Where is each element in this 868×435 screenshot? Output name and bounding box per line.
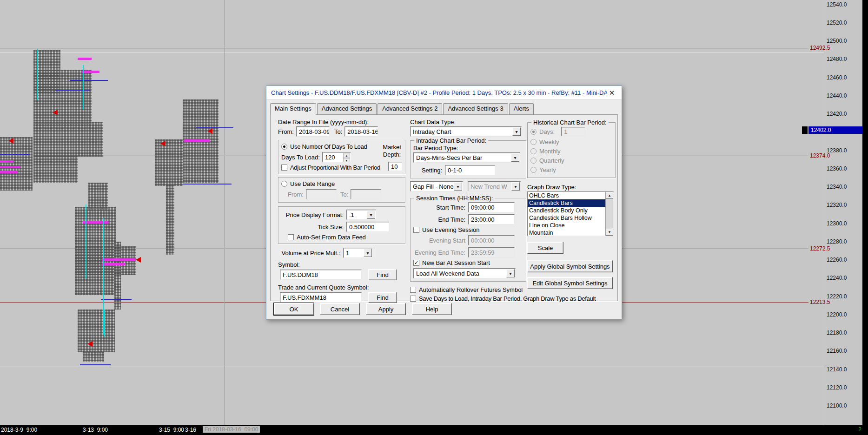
- chevron-down-icon[interactable]: ▾: [506, 269, 515, 277]
- red-arrow-marker-icon: [8, 138, 13, 144]
- radio-icon[interactable]: [530, 139, 537, 145]
- tab-main-settings[interactable]: Main Settings: [270, 103, 316, 115]
- checkbox-icon[interactable]: [288, 234, 294, 240]
- symbol-input[interactable]: F.US.DDM18: [280, 270, 362, 280]
- radio-icon[interactable]: [530, 129, 537, 135]
- use-date-range-radio-row[interactable]: Use Date Range: [281, 180, 402, 187]
- apply-button[interactable]: Apply: [366, 303, 406, 315]
- end-time-input[interactable]: 23:00:00: [468, 214, 515, 224]
- tab-advanced-settings-2[interactable]: Advanced Settings 2: [378, 103, 442, 114]
- chart-data-type-select[interactable]: Intraday Chart ▾: [410, 126, 522, 137]
- use-date-range-label: Use Date Range: [290, 180, 335, 187]
- radio-icon[interactable]: [530, 167, 537, 173]
- evening-end-input[interactable]: 23:59:59: [468, 247, 515, 257]
- trade-symbol-find-button[interactable]: Find: [368, 292, 397, 303]
- days-to-load-input[interactable]: 120 ▴▾: [322, 152, 351, 162]
- graph-draw-option[interactable]: Mountain: [528, 229, 605, 236]
- graph-draw-listbox[interactable]: OHLC BarsCandlestick BarsCandlestick Bod…: [527, 191, 614, 236]
- tpo-profile-block: [78, 310, 115, 352]
- price-display-format-select[interactable]: .1 ▾: [346, 210, 376, 220]
- new-bar-at-session-start-row[interactable]: ✓ New Bar At Session Start: [413, 259, 523, 266]
- checkbox-icon[interactable]: [281, 165, 287, 171]
- market-depth-label: Market Depth:: [380, 144, 404, 158]
- help-button[interactable]: Help: [412, 303, 452, 315]
- scale-button[interactable]: Scale: [527, 242, 563, 254]
- price-tick-label: 12200.0: [827, 311, 847, 318]
- cancel-button[interactable]: Cancel: [320, 303, 360, 315]
- graph-draw-option[interactable]: Candlestick Bars Hollow: [528, 214, 605, 222]
- market-depth-input[interactable]: 10: [388, 162, 402, 171]
- range-to-input[interactable]: [351, 189, 381, 199]
- historical-option-row[interactable]: Monthly: [530, 148, 612, 155]
- historical-option-row[interactable]: Days:1: [530, 127, 612, 136]
- chevron-down-icon[interactable]: ▾: [511, 153, 519, 162]
- save-default-row[interactable]: Save Days to Load, Intraday Bar Period, …: [410, 295, 629, 302]
- scroll-up-icon[interactable]: ▴: [606, 192, 613, 199]
- graph-draw-option[interactable]: OHLC Bars: [528, 192, 605, 199]
- price-level-label: 12374.0: [808, 152, 862, 159]
- weekend-data-select[interactable]: Load All Weekend Data ▾: [413, 268, 516, 278]
- chevron-down-icon[interactable]: ▾: [512, 127, 521, 136]
- tab-advanced-settings[interactable]: Advanced Settings: [317, 103, 377, 114]
- trade-symbol-input[interactable]: F.US.FDXMM18: [280, 292, 362, 303]
- symbol-find-button[interactable]: Find: [368, 269, 397, 280]
- tpo-profile-block: [75, 246, 136, 275]
- radio-icon[interactable]: [530, 158, 537, 164]
- spinner-buttons[interactable]: ▴▾: [343, 153, 350, 161]
- scroll-down-icon[interactable]: ▾: [606, 229, 613, 236]
- historical-option-row[interactable]: Quarterly: [530, 157, 612, 164]
- radio-icon[interactable]: [281, 144, 287, 150]
- tpo-profile-block: [155, 139, 183, 186]
- chart-settings-dialog: Chart Settings - F.US.DDM18/F.US.FDXMM18…: [266, 86, 622, 320]
- graph-draw-option[interactable]: Candlestick Bars: [528, 199, 605, 207]
- bar-period-type-select[interactable]: Days-Mins-Secs Per Bar ▾: [413, 152, 520, 163]
- autoset-label: Auto-Set From Data Feed: [297, 234, 366, 241]
- checkbox-icon[interactable]: ✓: [413, 260, 419, 266]
- volume-mult-select[interactable]: 1 ▾: [343, 248, 373, 258]
- edit-global-symbol-settings-button[interactable]: Edit Global Symbol Settings: [527, 277, 613, 289]
- historical-option-row[interactable]: Yearly: [530, 166, 612, 173]
- use-number-of-days-radio-row[interactable]: Use Number Of Days To Load: [281, 143, 379, 150]
- adjust-proportional-row[interactable]: Adjust Proportional With Bar Period: [281, 164, 379, 171]
- chevron-down-icon[interactable]: ▾: [511, 182, 520, 191]
- price-level-label: 12272.5: [808, 245, 862, 252]
- apply-global-symbol-settings-button[interactable]: Apply Global Symbol Settings: [527, 260, 613, 272]
- use-evening-session-row[interactable]: Use Evening Session: [413, 226, 523, 233]
- close-icon[interactable]: ✕: [607, 89, 617, 97]
- ok-button[interactable]: OK: [274, 303, 314, 315]
- spin-down-icon[interactable]: ▾: [343, 158, 350, 162]
- setting-input[interactable]: 0-1-0: [445, 165, 495, 175]
- listbox-scrollbar[interactable]: ▴ ▾: [605, 192, 613, 236]
- spin-up-icon[interactable]: ▴: [343, 153, 350, 158]
- graph-draw-option[interactable]: Candlestick Body Only: [528, 207, 605, 214]
- historical-option-row[interactable]: Weekly: [530, 138, 612, 145]
- range-from-input[interactable]: [306, 189, 337, 199]
- date-to-input[interactable]: 2018-03-16: [345, 126, 378, 137]
- dialog-titlebar[interactable]: Chart Settings - F.US.DDM18/F.US.FDXMM18…: [266, 86, 622, 100]
- historical-days-input[interactable]: 1: [561, 127, 585, 136]
- tab-alerts[interactable]: Alerts: [509, 103, 534, 114]
- evening-start-input[interactable]: 00:00:00: [468, 235, 515, 245]
- tpo-highlight-row: [78, 58, 92, 60]
- new-trend-select[interactable]: New Trend W ▾: [468, 181, 521, 191]
- price-tick-label: 12120.0: [827, 384, 847, 391]
- radio-icon[interactable]: [281, 181, 287, 187]
- tick-size-input[interactable]: 0.500000: [346, 222, 389, 232]
- checkbox-icon[interactable]: [413, 227, 419, 233]
- autoset-row[interactable]: Auto-Set From Data Feed: [281, 234, 402, 241]
- gap-fill-select[interactable]: Gap Fill - None ▾: [410, 181, 463, 191]
- price-tick-label: 12140.0: [827, 366, 847, 373]
- price-scale[interactable]: 12540.012520.012500.012480.012460.012440…: [824, 0, 862, 435]
- tab-advanced-settings-3[interactable]: Advanced Settings 3: [443, 103, 508, 114]
- chevron-down-icon[interactable]: ▾: [364, 249, 372, 257]
- date-from-input[interactable]: 2018-03-09: [296, 126, 330, 137]
- timeline-bar[interactable]: 2018-3-9 9:003-13 9:003-15 9:003-16Fri 2…: [0, 425, 868, 435]
- graph-draw-option[interactable]: Line on Close: [528, 222, 605, 229]
- chevron-down-icon[interactable]: ▾: [367, 211, 375, 219]
- checkbox-icon[interactable]: [410, 287, 416, 293]
- chevron-down-icon[interactable]: ▾: [454, 182, 462, 191]
- checkbox-icon[interactable]: [410, 296, 416, 302]
- radio-icon[interactable]: [530, 148, 537, 154]
- start-time-input[interactable]: 09:00:00: [468, 202, 515, 212]
- red-arrow-marker-icon: [136, 257, 141, 263]
